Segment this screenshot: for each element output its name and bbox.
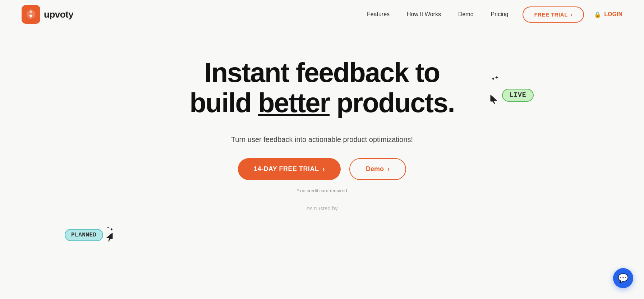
nav-pricing[interactable]: Pricing [491, 11, 509, 18]
lock-icon: 🔒 [594, 11, 601, 18]
nav-demo[interactable]: Demo [458, 11, 474, 18]
planned-pill-text: PLANNED [65, 229, 103, 241]
logo-icon [22, 5, 40, 24]
hero-demo-button[interactable]: Demo › [349, 158, 406, 180]
hero-demo-label: Demo [366, 165, 384, 173]
hero-title-line2: build better products. [189, 87, 454, 118]
hero-demo-arrow: › [387, 165, 390, 173]
logo[interactable]: upvoty [22, 5, 73, 24]
nav-cta-area: FREE TRIAL › 🔒 LOGIN [523, 6, 622, 23]
login-label: LOGIN [604, 11, 622, 18]
no-credit-card-text: * no credit card required [297, 188, 347, 193]
hero-subtitle: Turn user feedback into actionable produ… [231, 135, 413, 144]
brand-name: upvoty [44, 9, 73, 20]
planned-badge: PLANNED ✦ ✦ [65, 226, 113, 244]
live-pill-text: LIVE [502, 89, 533, 102]
chat-support-button[interactable]: 💬 [613, 268, 633, 288]
hero-free-trial-button[interactable]: 14-DAY FREE TRIAL › [238, 158, 341, 180]
trusted-by-label: As trusted by [306, 205, 338, 215]
chat-icon: 💬 [618, 273, 629, 283]
nav-links: Features How It Works Demo Pricing [367, 11, 509, 18]
nav-features[interactable]: Features [367, 11, 390, 18]
hero-buttons: 14-DAY FREE TRIAL › Demo › [238, 158, 406, 180]
hero-free-trial-label: 14-DAY FREE TRIAL [254, 165, 319, 173]
live-badge: ✦ ✦ LIVE [490, 80, 533, 111]
nav-free-trial-arrow: › [571, 12, 573, 18]
hero-title: Instant feedback to build better product… [189, 58, 454, 118]
nav-free-trial-label: FREE TRIAL [534, 12, 567, 18]
nav-how-it-works[interactable]: How It Works [407, 11, 441, 18]
hero-title-line1: Instant feedback to [204, 57, 440, 88]
navbar: upvoty Features How It Works Demo Pricin… [0, 0, 644, 29]
nav-free-trial-button[interactable]: FREE TRIAL › [523, 6, 584, 23]
login-link[interactable]: 🔒 LOGIN [594, 11, 622, 18]
hero-free-trial-arrow: › [323, 165, 325, 173]
live-cursor-icon: ✦ ✦ [490, 80, 498, 111]
hero-section: Instant feedback to build better product… [0, 29, 644, 215]
planned-cursor-icon: ✦ ✦ [105, 232, 113, 244]
